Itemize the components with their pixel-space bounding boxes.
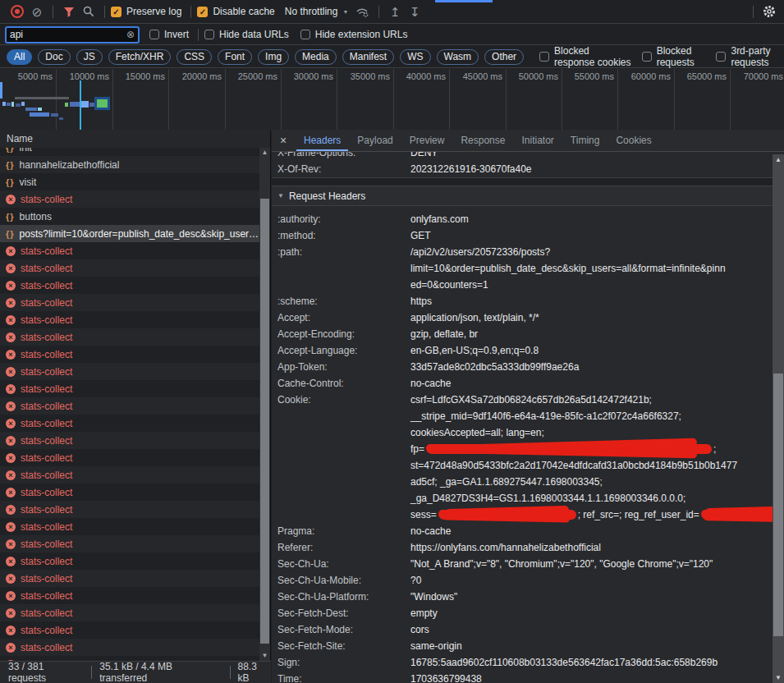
scroll-up-icon[interactable]: ▲ [773, 154, 784, 165]
header-value: GET [410, 227, 431, 244]
request-row[interactable]: {}hannahelizabethofficial [0, 156, 259, 173]
type-pill-img[interactable]: Img [258, 49, 289, 65]
header-name: Accept: [277, 309, 410, 326]
header-value: application/json, text/plain, */* [410, 309, 539, 326]
waterfall-bar [38, 108, 42, 111]
request-row[interactable]: ×stats-collect [0, 621, 259, 639]
blocked-response-cookies-checkbox[interactable] [539, 52, 549, 62]
request-row[interactable]: ×stats-collect [0, 639, 259, 656]
clipped-header-row: X-Frame-Options: DENY [272, 152, 773, 161]
request-row[interactable]: ×stats-collect [0, 518, 259, 535]
header-value: 202312261916-30670fa40e [410, 161, 531, 177]
network-conditions-button[interactable] [353, 2, 373, 21]
request-name: stats-collect [21, 401, 72, 412]
request-row[interactable]: {}init [0, 148, 259, 156]
header-value: https [410, 293, 432, 309]
request-headers-section[interactable]: ▼ Request Headers [272, 186, 773, 206]
request-row[interactable]: ×stats-collect [0, 311, 259, 328]
type-pill-js[interactable]: JS [76, 49, 103, 65]
filter-toggle-button[interactable] [59, 2, 79, 21]
request-name: stats-collect [21, 314, 72, 326]
request-row[interactable]: {}buttons [0, 208, 259, 225]
request-row[interactable]: ×stats-collect [0, 328, 259, 346]
type-pill-css[interactable]: CSS [177, 49, 212, 65]
header-value: empty [410, 605, 438, 621]
request-row[interactable]: ×stats-collect [0, 432, 259, 449]
throttling-select[interactable]: No throttling [285, 6, 338, 17]
timeline-tick-label: 20000 ms [182, 71, 222, 81]
type-pill-wasm[interactable]: Wasm [437, 49, 479, 65]
hide-extension-urls-checkbox[interactable] [300, 30, 310, 39]
type-pill-media[interactable]: Media [295, 49, 337, 65]
tab-headers[interactable]: Headers [296, 130, 348, 151]
network-status-bar: 33 / 381 requests 35.1 kB / 4.4 MB trans… [0, 661, 271, 683]
scroll-down-icon[interactable]: ▼ [773, 672, 784, 683]
scroll-up-icon[interactable]: ▲ [259, 148, 270, 158]
type-pill-font[interactable]: Font [218, 49, 252, 65]
filter-input[interactable] [10, 29, 108, 40]
import-har-button[interactable]: ↥ [385, 2, 405, 21]
search-button[interactable] [79, 2, 99, 21]
request-row[interactable]: ×stats-collect [0, 535, 259, 552]
details-scrollbar-thumb[interactable] [773, 374, 783, 636]
request-row[interactable]: {}posts?limit=10&order=publish_date_desc… [0, 225, 259, 242]
tab-preview[interactable]: Preview [402, 130, 452, 151]
record-button[interactable] [7, 2, 27, 21]
request-row[interactable]: ×stats-collect [0, 397, 259, 415]
third-party-requests-checkbox[interactable] [716, 52, 726, 62]
invert-checkbox[interactable] [149, 30, 159, 39]
waterfall-bar [2, 102, 6, 106]
request-details-panel: × HeadersPayloadPreviewResponseInitiator… [272, 130, 784, 683]
requests-scrollbar-thumb[interactable] [260, 199, 269, 644]
blocked-requests-checkbox[interactable] [642, 52, 652, 62]
request-row[interactable]: ×stats-collect [0, 346, 259, 363]
request-row[interactable]: ×stats-collect [0, 242, 259, 259]
request-row[interactable]: ×stats-collect [0, 415, 259, 432]
request-row[interactable]: ×stats-collect [0, 380, 259, 397]
name-column-header[interactable]: Name [0, 130, 270, 149]
preserve-log-checkbox[interactable]: ✓ [111, 7, 121, 17]
type-pill-ws[interactable]: WS [400, 49, 430, 65]
header-name: Sec-Fetch-Dest: [277, 605, 410, 621]
request-row[interactable]: ×stats-collect [0, 190, 259, 208]
tab-cookies[interactable]: Cookies [608, 130, 658, 151]
tab-timing[interactable]: Timing [563, 130, 607, 151]
request-row[interactable]: ×stats-collect [0, 570, 259, 587]
type-pill-all[interactable]: All [7, 49, 32, 65]
hide-data-urls-checkbox[interactable] [204, 30, 214, 39]
request-row[interactable]: ×stats-collect [0, 604, 259, 621]
request-row[interactable]: {}visit [0, 173, 259, 190]
request-row[interactable]: ×stats-collect [0, 501, 259, 518]
request-row[interactable]: ×stats-collect [0, 552, 259, 570]
settings-button[interactable] [759, 2, 779, 21]
request-row[interactable]: ×stats-collect [0, 277, 259, 294]
toolbar-divider [753, 6, 754, 18]
type-pill-manifest[interactable]: Manifest [342, 49, 394, 65]
details-scrollbar[interactable]: ▲ ▼ [773, 154, 784, 683]
type-pill-doc[interactable]: Doc [38, 49, 70, 65]
request-row[interactable]: ×stats-collect [0, 294, 259, 311]
request-row[interactable]: ×stats-collect [0, 484, 259, 501]
requests-scrollbar[interactable]: ▲ ▼ [259, 148, 270, 661]
clear-filter-icon[interactable]: ⊗ [126, 30, 135, 39]
hide-extension-urls-label: Hide extension URLs [315, 29, 408, 40]
tab-initiator[interactable]: Initiator [514, 130, 561, 151]
request-row[interactable]: ×stats-collect [0, 449, 259, 466]
type-pill-fetch-xhr[interactable]: Fetch/XHR [108, 49, 172, 65]
network-overview-timeline[interactable]: 5000 ms10000 ms15000 ms20000 ms25000 ms3… [0, 69, 784, 131]
timeline-gridline [112, 69, 113, 130]
scroll-down-icon[interactable]: ▼ [259, 651, 270, 661]
request-row[interactable]: ×stats-collect [0, 587, 259, 604]
request-row[interactable]: ×stats-collect [0, 259, 259, 277]
filter-input-box[interactable]: ⊗ [5, 26, 140, 44]
request-row[interactable]: ×stats-collect [0, 363, 259, 380]
tab-payload[interactable]: Payload [350, 130, 400, 151]
close-icon[interactable]: × [280, 134, 296, 147]
export-har-button[interactable]: ↧ [405, 2, 424, 21]
type-pill-other[interactable]: Other [484, 49, 524, 65]
request-name: stats-collect [21, 245, 72, 257]
disable-cache-checkbox[interactable]: ✓ [197, 7, 208, 17]
clear-button[interactable]: ⊘ [27, 2, 47, 21]
tab-response[interactable]: Response [453, 130, 512, 151]
request-row[interactable]: ×stats-collect [0, 466, 259, 484]
